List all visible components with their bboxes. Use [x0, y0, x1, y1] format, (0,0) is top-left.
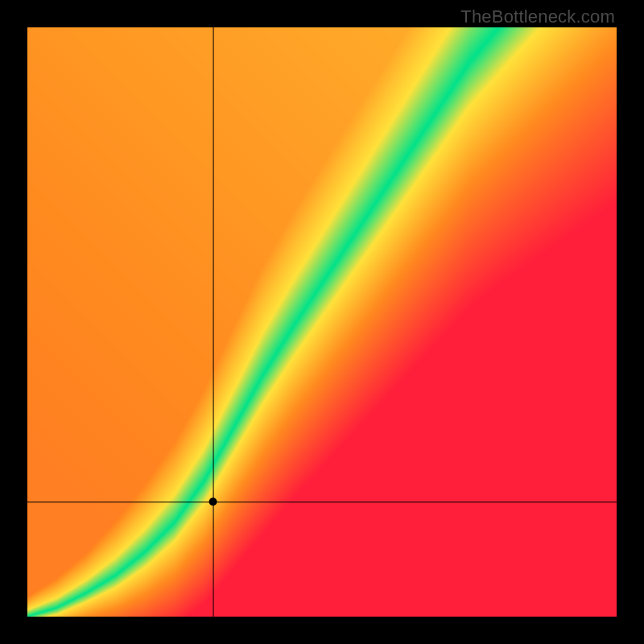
watermark-text: TheBottleneck.com — [460, 6, 615, 27]
chart-frame: TheBottleneck.com — [0, 0, 644, 644]
heatmap-plot — [27, 27, 617, 617]
heatmap-canvas — [27, 27, 617, 617]
